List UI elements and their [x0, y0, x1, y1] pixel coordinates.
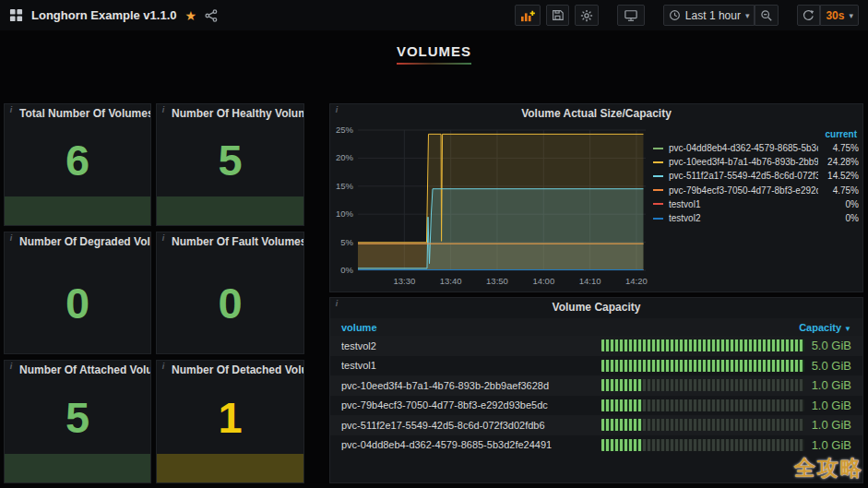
- legend-item[interactable]: pvc-04dd8eb4-d362-4579-8685-5b3d2fe24491…: [653, 141, 859, 155]
- gauge-fill: [601, 399, 642, 411]
- dashboard-title[interactable]: Longhorn Example v1.1.0: [31, 8, 177, 22]
- series-color-dash-icon: [653, 218, 663, 220]
- legend-current-value: 14.52%: [818, 171, 859, 181]
- panel-title: Number Of Degraded Volumes...: [5, 232, 150, 252]
- legend-series-name[interactable]: pvc-79b4ecf3-7050-4d77-8bf3-e292d93be5dc: [669, 185, 818, 196]
- panel-title: Number Of Healthy Volumes: [157, 104, 303, 124]
- table-body: testvol25.0 GiBtestvol15.0 GiBpvc-10eed3…: [330, 336, 862, 455]
- panel-info-icon[interactable]: i: [157, 104, 170, 117]
- legend-current-value: 4.75%: [818, 185, 859, 196]
- panel-title[interactable]: Volume Actual Size/Capacity: [330, 104, 862, 124]
- stat-value: 5: [218, 138, 242, 182]
- panel-title: Number Of Fault Volumes: [157, 232, 303, 252]
- panel-info-icon[interactable]: i: [5, 361, 18, 374]
- gauge-fill: [601, 419, 642, 431]
- stat-panel-fault-volumes: i Number Of Fault Volumes 0: [156, 232, 304, 354]
- share-icon[interactable]: [205, 9, 218, 22]
- legend-item[interactable]: testvol20%: [653, 211, 859, 225]
- time-range-picker[interactable]: Last 1 hour ▾: [663, 5, 755, 26]
- panel-info-icon[interactable]: i: [157, 361, 170, 374]
- volume-name-cell: pvc-511f2e17-5549-42d5-8c6d-072f3d02fdb6: [341, 420, 600, 431]
- y-axis-tick: 5%: [340, 237, 353, 247]
- legend-current-value: 24.28%: [818, 157, 859, 167]
- stat-sparkline-bar: [157, 454, 303, 482]
- capacity-led-gauge: [601, 360, 804, 372]
- volume-name-cell: pvc-10eed3f4-b7a1-4b76-893b-2bb9aef3628d: [341, 380, 600, 391]
- zoom-out-button[interactable]: [755, 5, 779, 26]
- legend-series-name[interactable]: pvc-04dd8eb4-d362-4579-8685-5b3d2fe24491: [669, 143, 818, 153]
- legend-current-header[interactable]: current: [653, 129, 859, 141]
- stat-value: 6: [65, 138, 89, 182]
- legend-series-name[interactable]: pvc-511f2a17-5549-42d5-8c6d-072f3d02fdb6: [669, 171, 818, 181]
- stat-sparkline-bar: [5, 454, 150, 482]
- y-axis-tick: 20%: [336, 152, 354, 162]
- panel-title[interactable]: Volume Capacity: [330, 298, 862, 317]
- capacity-value-cell: 1.0 GiB: [804, 378, 851, 392]
- add-panel-button[interactable]: [515, 5, 541, 26]
- table-row: pvc-10eed3f4-b7a1-4b76-893b-2bb9aef3628d…: [330, 375, 862, 396]
- section-title: VOLUMES: [397, 43, 471, 65]
- capacity-led-gauge: [601, 419, 804, 431]
- table-row: testvol15.0 GiB: [330, 356, 862, 376]
- panel-title: Total Number Of Volumes: [5, 104, 150, 124]
- legend-series-name[interactable]: testvol1: [669, 199, 818, 209]
- series-color-dash-icon: [653, 161, 663, 163]
- x-axis-tick: 13:30: [393, 276, 415, 286]
- legend-current-value: 0%: [818, 199, 859, 209]
- legend-series-name[interactable]: pvc-10eed3f4-b7a1-4b76-893b-2bb9aef3628d: [669, 157, 818, 167]
- table-panel-volume-capacity: i Volume Capacity volume Capacity ▼ test…: [329, 297, 863, 483]
- settings-gear-icon[interactable]: [575, 5, 599, 26]
- legend-item[interactable]: testvol10%: [653, 197, 859, 211]
- gauge-fill: [601, 439, 642, 451]
- panel-info-icon[interactable]: i: [157, 232, 170, 245]
- capacity-led-gauge: [601, 339, 804, 351]
- refresh-interval-picker[interactable]: 30s ▾: [820, 5, 859, 26]
- panel-info-icon[interactable]: i: [330, 104, 343, 117]
- stat-panel-total-volumes: i Total Number Of Volumes 6: [4, 103, 151, 226]
- star-icon[interactable]: ★: [185, 9, 197, 22]
- sort-descending-icon: ▼: [844, 325, 851, 333]
- y-axis-tick: 15%: [336, 181, 354, 191]
- panel-info-icon[interactable]: i: [5, 104, 18, 117]
- series-color-dash-icon: [653, 148, 663, 149]
- time-range-label: Last 1 hour: [685, 9, 741, 22]
- stat-value: 0: [65, 281, 89, 325]
- graph-legend: current pvc-04dd8eb4-d362-4579-8685-5b3d…: [653, 129, 859, 225]
- y-axis-tick: 25%: [336, 125, 354, 135]
- table-row: pvc-511f2e17-5549-42d5-8c6d-072f3d02fdb6…: [330, 415, 862, 435]
- stat-value: 5: [65, 396, 89, 439]
- panel-info-icon[interactable]: i: [330, 298, 343, 311]
- column-header-capacity[interactable]: Capacity ▼: [799, 322, 851, 333]
- refresh-button[interactable]: [797, 5, 820, 26]
- legend-current-value: 4.75%: [818, 143, 859, 153]
- y-axis-tick: 10%: [336, 208, 354, 219]
- table-header-row: volume Capacity ▼: [330, 318, 862, 336]
- stat-panel-healthy-volumes: i Number Of Healthy Volumes 5: [156, 103, 304, 226]
- legend-item[interactable]: pvc-511f2a17-5549-42d5-8c6d-072f3d02fdb6…: [653, 169, 859, 183]
- panel-title: Number Of Attached Volumes: [5, 361, 150, 380]
- series-color-dash-icon: [653, 189, 663, 191]
- legend-current-value: 0%: [818, 213, 859, 223]
- table-row: testvol25.0 GiB: [330, 336, 862, 356]
- gauge-fill: [601, 339, 804, 351]
- legend-item[interactable]: pvc-79b4ecf3-7050-4d77-8bf3-e292d93be5dc…: [653, 184, 859, 197]
- tv-kiosk-mode-icon[interactable]: [617, 5, 645, 26]
- panel-info-icon[interactable]: i: [5, 232, 18, 245]
- top-navbar: Longhorn Example v1.1.0 ★: [0, 0, 868, 30]
- gauge-fill: [601, 360, 804, 372]
- volume-name-cell: pvc-04dd8eb4-d362-4579-8685-5b3d2fe24491: [341, 439, 600, 450]
- legend-item[interactable]: pvc-10eed3f4-b7a1-4b76-893b-2bb9aef3628d…: [653, 155, 859, 169]
- dashboards-grid-icon[interactable]: [9, 8, 23, 22]
- time-series-plot[interactable]: 0%5%10%15%20%25%13:3013:4013:5014:0014:1…: [332, 125, 651, 291]
- legend-series-name[interactable]: testvol2: [669, 213, 818, 223]
- stat-sparkline-bar: [157, 196, 303, 225]
- column-header-volume[interactable]: volume: [341, 322, 377, 333]
- save-dashboard-button[interactable]: [546, 5, 569, 26]
- table-row: pvc-04dd8eb4-d362-4579-8685-5b3d2fe24491…: [330, 435, 862, 456]
- x-axis-tick: 14:00: [532, 276, 554, 286]
- volume-name-cell: testvol2: [341, 340, 600, 351]
- stat-value: 1: [218, 396, 242, 439]
- stat-value: 0: [218, 281, 242, 325]
- gauge-fill: [601, 379, 642, 391]
- x-axis-tick: 14:20: [625, 276, 648, 286]
